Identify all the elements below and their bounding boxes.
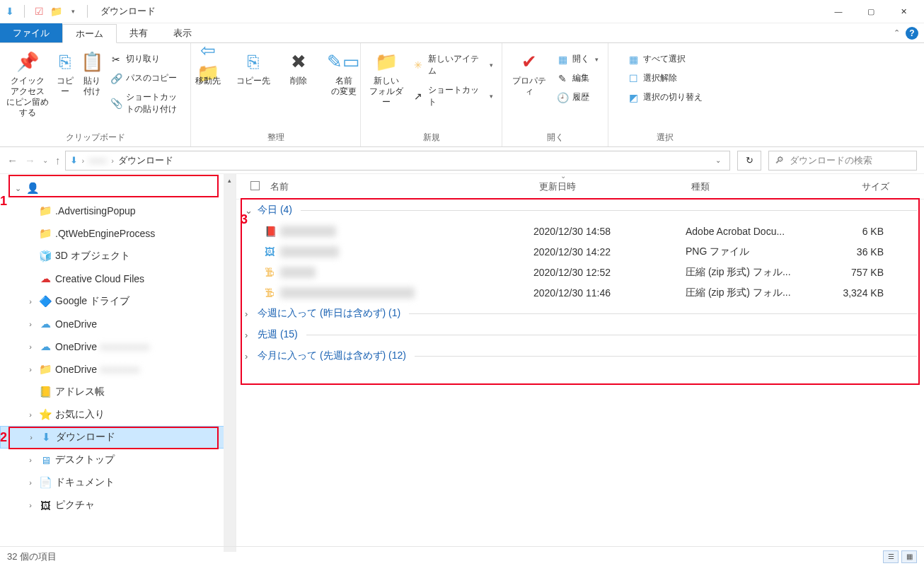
tree-item[interactable]: ›🖼ピクチャ — [0, 494, 236, 516]
copy-icon: ⎘ — [54, 50, 76, 73]
app-down-arrow-icon[interactable]: ⬇ — [4, 6, 16, 17]
col-type[interactable]: 種類 — [691, 180, 819, 193]
qa-dropdown-icon[interactable]: ▾ — [67, 6, 79, 17]
tree-item[interactable]: ☁Creative Cloud Files — [0, 267, 236, 290]
qa-checkbox-icon[interactable]: ☑ — [33, 6, 45, 17]
invert-icon: ◩ — [628, 92, 639, 103]
new-item-button[interactable]: ✳新しいアイテム▾ — [410, 52, 496, 79]
title-bar: ⬇ ☑ 📁 ▾ ダウンロード — ▢ ✕ — [0, 0, 924, 23]
tree-user-root[interactable]: ⌄👤 — [0, 177, 236, 200]
new-item-icon: ✳ — [412, 59, 423, 71]
cut-button[interactable]: ✂切り取り — [108, 52, 185, 67]
address-bar-row: ← → ⌄ ↑ ⬇ › xxxx › ダウンロード ⌄ ↻ 🔎︎ ダウンロードの… — [0, 147, 924, 174]
window-title: ダウンロード — [100, 5, 156, 18]
group-label-open: 開く — [508, 130, 602, 145]
tree-item[interactable]: 🧊3D オブジェクト — [0, 245, 236, 267]
nav-up-button[interactable]: ↑ — [55, 154, 61, 166]
select-none-icon: ☐ — [628, 73, 639, 84]
copy-to-button[interactable]: ⎘コピー先 — [233, 46, 274, 86]
tree-item[interactable]: ›☁OneDrive — [0, 313, 236, 335]
view-details-button[interactable]: ☰ — [883, 550, 899, 563]
file-row[interactable]: 🖼xxxxxxxx.png2020/12/30 14:22PNG ファイル36 … — [236, 241, 924, 262]
tab-file[interactable]: ファイル — [0, 23, 62, 42]
minimize-button[interactable]: — — [822, 1, 855, 22]
file-row[interactable]: 📕xxxxxxxx.pdf2020/12/30 14:58Adobe Acrob… — [236, 221, 924, 241]
move-to-button[interactable]: ⇦📁移動先 — [187, 46, 229, 86]
invert-selection-button[interactable]: ◩選択の切り替え — [625, 90, 705, 105]
file-row[interactable]: 🗜xxxxxxxxxxxxxxxxxxxxxxxx.zip2020/12/30 … — [236, 282, 924, 303]
pin-icon: 📌 — [16, 50, 39, 73]
group-this-week[interactable]: ›今週に入って (昨日は含めず) (1) — [236, 303, 924, 324]
select-all-checkbox[interactable] — [250, 181, 260, 190]
address-segment-downloads[interactable]: ダウンロード — [118, 154, 173, 167]
copy-path-button[interactable]: 🔗パスのコピー — [108, 71, 185, 86]
close-button[interactable]: ✕ — [887, 1, 920, 22]
copy-button[interactable]: ⎘ コピー — [54, 46, 76, 97]
sort-indicator-icon: ⌄ — [560, 172, 566, 180]
view-thumbnails-button[interactable]: ▦ — [901, 550, 917, 563]
col-date[interactable]: ⌄更新日時 — [539, 180, 691, 193]
help-icon[interactable]: ? — [906, 27, 918, 40]
tree-item[interactable]: ›🔷Google ドライブ — [0, 290, 236, 313]
ribbon-collapse-icon[interactable]: ⌃ — [894, 28, 900, 37]
rename-icon: ✎▭ — [333, 50, 355, 73]
search-placeholder: ダウンロードの検索 — [790, 154, 872, 167]
open-button[interactable]: ▦開く▾ — [554, 52, 601, 67]
ribbon-tabs: ファイル ホーム 共有 表示 ⌃ ? — [0, 23, 924, 43]
tree-item[interactable]: 📁.QtWebEngineProcess — [0, 222, 236, 245]
tree-item-downloads[interactable]: ›⬇ダウンロード — [0, 426, 236, 449]
tab-home[interactable]: ホーム — [62, 24, 117, 43]
address-icon: ⬇ — [70, 155, 78, 166]
select-all-icon: ▦ — [628, 54, 639, 65]
annotation-2: 2 — [0, 430, 7, 445]
tab-share[interactable]: 共有 — [117, 23, 161, 42]
rename-button[interactable]: ✎▭名前 の変更 — [323, 46, 364, 97]
select-all-button[interactable]: ▦すべて選択 — [625, 52, 705, 67]
properties-button[interactable]: ✔プロパティ — [509, 46, 550, 97]
nav-back-button[interactable]: ← — [7, 154, 18, 166]
delete-button[interactable]: ✖削除 — [278, 46, 319, 86]
tree-item[interactable]: 📁.AdvertisingPopup — [0, 200, 236, 222]
nav-forward-button[interactable]: → — [25, 154, 35, 166]
tab-view[interactable]: 表示 — [161, 23, 204, 42]
annotation-1: 1 — [0, 194, 7, 209]
group-last-week[interactable]: ›先週 (15) — [236, 324, 924, 345]
column-headers: 名前 ⌄更新日時 種類 サイズ — [236, 174, 924, 200]
tree-item[interactable]: 📒アドレス帳 — [0, 381, 236, 403]
path-icon: 🔗 — [110, 73, 122, 84]
tree-item[interactable]: ›📁OneDrive xxxxxxxx — [0, 358, 236, 381]
nav-recent-dropdown[interactable]: ⌄ — [42, 156, 48, 164]
address-segment-user[interactable]: xxxx — [88, 155, 107, 166]
group-this-month[interactable]: ›今月に入って (先週は含めず) (12) — [236, 345, 924, 366]
shortcut-small-icon: ↗ — [412, 91, 423, 102]
group-label-organize: 整理 — [197, 130, 354, 145]
history-icon: 🕘 — [557, 92, 568, 103]
new-folder-button[interactable]: 📁新しい フォルダー — [366, 46, 405, 108]
tree-item[interactable]: ›📄ドキュメント — [0, 471, 236, 494]
maximize-button[interactable]: ▢ — [855, 1, 887, 22]
col-size[interactable]: サイズ — [819, 180, 903, 193]
paste-button[interactable]: 📋 貼り付け — [81, 46, 103, 97]
refresh-button[interactable]: ↻ — [737, 151, 761, 171]
group-label-new: 新規 — [366, 130, 496, 145]
new-shortcut-button[interactable]: ↗ショートカット▾ — [410, 83, 496, 110]
history-button[interactable]: 🕘履歴 — [554, 90, 601, 105]
pin-quick-access-button[interactable]: 📌 クイック アクセス にピン留めする — [6, 46, 50, 118]
col-name[interactable]: 名前 — [270, 180, 539, 193]
scissors-icon: ✂ — [110, 54, 122, 65]
search-icon: 🔎︎ — [775, 155, 784, 166]
qa-folder-icon[interactable]: 📁 — [50, 6, 62, 17]
tree-item[interactable]: ›☁OneDrive xxxxxxxxxx — [0, 335, 236, 358]
search-box[interactable]: 🔎︎ ダウンロードの検索 — [768, 151, 917, 171]
group-today[interactable]: ⌄今日 (4) — [236, 200, 924, 221]
file-row[interactable]: 🗜xxxx.zip2020/12/30 12:52圧縮 (zip 形式) フォル… — [236, 262, 924, 282]
sidebar-scrollbar[interactable]: ▴ — [224, 174, 236, 552]
tree-item[interactable]: ›🖥デスクトップ — [0, 449, 236, 471]
copy-to-icon: ⎘ — [242, 50, 265, 73]
address-dropdown-icon[interactable]: ⌄ — [711, 156, 725, 164]
paste-shortcut-button[interactable]: 📎ショートカットの貼り付け — [108, 90, 185, 117]
tree-item[interactable]: ›⭐お気に入り — [0, 403, 236, 426]
address-bar[interactable]: ⬇ › xxxx › ダウンロード ⌄ — [65, 151, 731, 171]
select-none-button[interactable]: ☐選択解除 — [625, 71, 705, 86]
edit-button[interactable]: ✎編集 — [554, 71, 601, 86]
